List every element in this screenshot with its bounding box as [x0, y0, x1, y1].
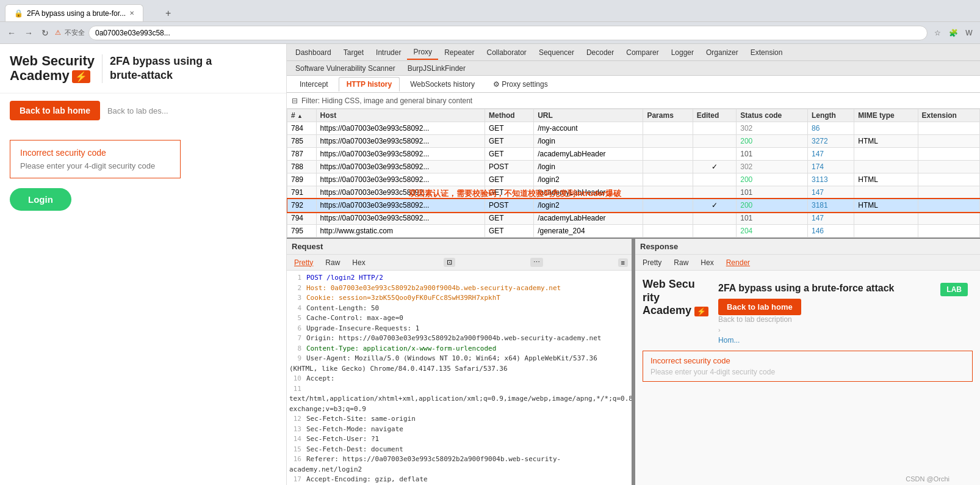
cell-method: POST: [485, 199, 534, 212]
table-row[interactable]: 795 http://www.gstatic.com GET /generate…: [287, 225, 980, 238]
menu-sequencer[interactable]: Sequencer: [533, 46, 580, 59]
address-input[interactable]: [88, 26, 928, 40]
cell-ext: [918, 199, 979, 212]
cell-id: 791: [287, 186, 317, 199]
menu-repeater[interactable]: Repeater: [438, 46, 480, 59]
cell-mime: HTML: [854, 199, 918, 212]
req-option-button[interactable]: ⋯: [530, 258, 543, 267]
forward-button[interactable]: →: [22, 27, 35, 39]
col-header-length[interactable]: Length: [807, 109, 854, 122]
cell-mime: [854, 161, 918, 173]
request-line: 8Content-Type: application/x-www-form-ur…: [289, 344, 629, 354]
menu-proxy[interactable]: Proxy: [407, 45, 438, 60]
cell-id: 785: [287, 135, 317, 148]
request-line: 16Referer: https://0a07003e03e993c58092b…: [289, 454, 629, 475]
back-to-lab-button[interactable]: Back to lab home: [10, 101, 100, 120]
render-back-btn[interactable]: Back to lab home: [718, 299, 801, 315]
table-row[interactable]: 789 https://0a07003e03e993c58092... GET …: [287, 173, 980, 186]
cell-mime: [854, 122, 918, 135]
menu-collaborator[interactable]: Collaborator: [481, 46, 533, 59]
col-header-method[interactable]: Method: [485, 109, 534, 122]
cell-params: [643, 148, 693, 161]
col-header-host[interactable]: Host: [316, 109, 485, 122]
tab-intercept[interactable]: Intercept: [292, 77, 336, 92]
res-tab-pretty[interactable]: Pretty: [639, 257, 665, 268]
history-table: # ▲ Host Method URL Params Edited Status…: [287, 109, 980, 238]
req-send-button[interactable]: ⊡: [444, 258, 455, 267]
browser-tab-inactive[interactable]: [143, 4, 160, 21]
cell-id: 788: [287, 161, 317, 173]
table-row[interactable]: 787 https://0a07003e03e993c58092... GET …: [287, 148, 980, 161]
cell-edited: [693, 173, 737, 186]
table-row[interactable]: 791 https://0a07003e03e993c58092... GET …: [287, 186, 980, 199]
menu-decoder[interactable]: Decoder: [580, 46, 620, 59]
cell-params: [643, 186, 693, 199]
cell-ext: [918, 212, 979, 225]
cell-host: https://0a07003e03e993c58092...: [316, 148, 485, 161]
table-row[interactable]: 794 https://0a07003e03e993c58092... GET …: [287, 212, 980, 225]
browser-tab-active[interactable]: 🔒 2FA bypass using a brute-for... ✕: [5, 4, 143, 21]
tab-websockets-history[interactable]: WebSockets history: [402, 77, 483, 92]
request-line: 3Cookie: session=3zbK55Qoo0yFK0uFCc8SwH3…: [289, 293, 629, 304]
menu-intruder[interactable]: Intruder: [370, 46, 407, 59]
error-title: Incorrect security code: [20, 148, 170, 158]
back-button[interactable]: ←: [5, 27, 18, 39]
menu-comparer[interactable]: Comparer: [620, 46, 665, 59]
cell-host: https://0a07003e03e993c58092...: [316, 161, 485, 173]
request-content: 1POST /login2 HTTP/22Host: 0a07003e03e99…: [287, 271, 632, 485]
burp-menu-bar: Dashboard Target Intruder Proxy Repeater…: [287, 44, 980, 61]
reload-button[interactable]: ↻: [39, 27, 51, 39]
res-tab-hex[interactable]: Hex: [697, 257, 717, 268]
table-row[interactable]: 785 https://0a07003e03e993c58092... GET …: [287, 135, 980, 148]
req-tab-hex[interactable]: Hex: [348, 257, 369, 268]
cell-status: 101: [737, 212, 808, 225]
table-row[interactable]: 784 https://0a07003e03e993c58092... GET …: [287, 122, 980, 135]
res-tab-raw[interactable]: Raw: [670, 257, 692, 268]
cell-host: https://0a07003e03e993c58092...: [316, 212, 485, 225]
menu-dashboard[interactable]: Dashboard: [289, 46, 337, 59]
cell-host: https://0a07003e03e993c58092...: [316, 122, 485, 135]
tab-proxy-settings[interactable]: ⚙ Proxy settings: [485, 77, 556, 92]
col-header-url[interactable]: URL: [534, 109, 643, 122]
cell-mime: [854, 186, 918, 199]
cell-url: /login: [534, 135, 643, 148]
menu-target[interactable]: Target: [337, 46, 370, 59]
col-header-edited[interactable]: Edited: [693, 109, 737, 122]
tab-title: 2FA bypass using a brute-for...: [27, 9, 126, 18]
render-error-placeholder: Please enter your 4-digit security code: [650, 368, 965, 376]
menu-organizer[interactable]: Organizer: [700, 46, 744, 59]
cell-edited: ✓: [693, 199, 737, 212]
sub-item-scanner[interactable]: Software Vulnerability Scanner: [289, 63, 402, 74]
menu-extension[interactable]: Extension: [744, 46, 789, 59]
col-header-params[interactable]: Params: [643, 109, 693, 122]
login-button[interactable]: Login: [10, 188, 71, 211]
req-wrap-button[interactable]: ≡: [618, 258, 628, 267]
req-tab-pretty[interactable]: Pretty: [290, 257, 317, 268]
extensions-button[interactable]: 🧩: [947, 27, 959, 39]
res-tab-render[interactable]: Render: [722, 257, 754, 268]
sub-item-jslinkfinder[interactable]: BurpJSLinkFinder: [402, 63, 472, 74]
cell-id: 792: [287, 199, 317, 212]
security-text: 不安全: [65, 28, 85, 37]
table-row[interactable]: 792 https://0a07003e03e993c58092... POST…: [287, 199, 980, 212]
bookmark-button[interactable]: ☆: [931, 27, 943, 39]
cell-length: 147: [807, 186, 854, 199]
profile-button[interactable]: W: [963, 27, 975, 39]
cell-status: 200: [737, 173, 808, 186]
table-row[interactable]: 788 https://0a07003e03e993c58092... POST…: [287, 161, 980, 173]
render-error-box: Incorrect security code Please enter you…: [643, 351, 973, 382]
tab-close-button[interactable]: ✕: [129, 10, 134, 16]
request-line: 17Accept-Encoding: gzip, deflate: [289, 475, 629, 485]
col-header-ext[interactable]: Extension: [918, 109, 979, 122]
render-home-link[interactable]: Hom...: [718, 336, 973, 345]
col-header-mime[interactable]: MIME type: [854, 109, 918, 122]
col-header-num[interactable]: # ▲: [287, 109, 317, 122]
col-header-status[interactable]: Status code: [737, 109, 808, 122]
security-code-input[interactable]: [20, 161, 170, 170]
cell-status: 101: [737, 148, 808, 161]
tab-http-history[interactable]: HTTP history: [339, 77, 400, 92]
menu-logger[interactable]: Logger: [665, 46, 700, 59]
new-tab-button[interactable]: +: [160, 5, 176, 21]
cell-ext: [918, 135, 979, 148]
req-tab-raw[interactable]: Raw: [322, 257, 344, 268]
